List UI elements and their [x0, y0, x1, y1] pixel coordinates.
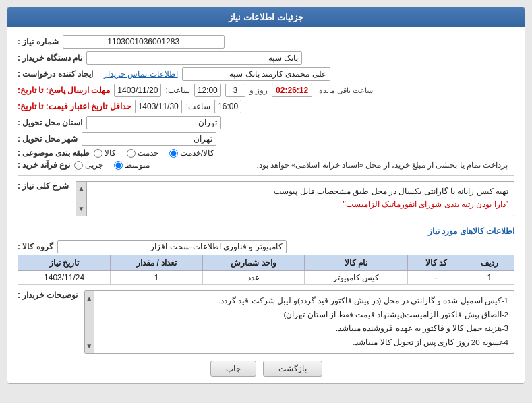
scroll-up-icon[interactable]: ▲ — [78, 183, 85, 194]
shrh-niaz-line2: "دارا بودن رتبه بندی شورای انفورماتیک ال… — [90, 198, 508, 211]
notes-scroll-up-icon[interactable]: ▲ — [86, 292, 92, 304]
col-kod-kala: کد کالا — [407, 255, 465, 271]
noe-farand-label: نوع فرآند خرید : — [18, 160, 70, 170]
rooz-value: 3 — [225, 84, 245, 97]
mohlat-time-label: ساعت: — [165, 86, 189, 95]
hadaghal-label: حداقل تاریخ اعتبار قیمت: تا تاریخ: — [18, 102, 131, 111]
cell-tarikh: 1403/11/24 — [18, 271, 111, 285]
shrh-niaz-label: شرح کلی نیاز : — [18, 181, 71, 191]
mohlat-time-value: 12:00 — [194, 84, 221, 97]
mohlat-date-value: 1403/11/20 — [114, 84, 161, 97]
print-button[interactable]: چاپ — [210, 361, 256, 377]
notes-scrollbar[interactable]: ▲ ▼ — [85, 291, 94, 353]
ettelaat-tamas-link[interactable]: اطلاعات تماس خریدار — [104, 69, 178, 79]
radio-kala-khedmat-label: کالا/خدمت — [180, 148, 214, 158]
tawzeehat-box: ▲ ▼ 1-کیس اسمبل شده و گارانتی در محل (در… — [84, 290, 514, 354]
hadaghal-time-value: 16:00 — [214, 100, 241, 113]
shomara-niaz-label: شماره نیاز : — [18, 37, 59, 46]
radio-jozii-label: جزیی — [85, 160, 103, 170]
notes-scroll-down-icon[interactable]: ▼ — [86, 340, 92, 352]
group-kala-label: گروه کالا : — [18, 242, 53, 251]
back-button[interactable]: بازگشت — [263, 361, 322, 377]
radio-motavaset-label: متوسط — [125, 160, 150, 170]
noe-farand-note: پرداخت تمام یا بخشی از مبلغ خرید، از محل… — [256, 161, 508, 169]
col-radif: ردیف — [465, 255, 514, 271]
radio-kala-label: کالا — [105, 148, 116, 158]
ijad-konandeh-label: ایجاد کننده درخواست : — [18, 69, 93, 79]
products-table: ردیف کد کالا نام کالا واحد شمارش تعداد /… — [18, 255, 514, 285]
table-row: 1--کیس کامپیوترعدد11403/11/24 — [18, 271, 514, 285]
countdown-value: 02:26:12 — [272, 84, 312, 97]
radio-kala[interactable]: کالا — [94, 148, 116, 158]
shrh-scrollbar[interactable]: ▲ ▼ — [76, 182, 87, 216]
page-title: جزئیات اطلاعات نیاز — [7, 7, 525, 27]
col-tedad: تعداد / مقدار — [111, 255, 203, 271]
ostan-label: استان محل تحویل : — [18, 118, 82, 127]
cell-tedad: 1 — [111, 271, 203, 285]
cell-vahed: عدد — [203, 271, 305, 285]
radio-jozii[interactable]: جزیی — [74, 160, 103, 170]
hadaghal-date-value: 1403/11/30 — [135, 100, 182, 113]
tabaghe-label: طبقه بندی موضوعی : — [18, 148, 90, 158]
ijad-konandeh-value: علی محمدی کارمند بانک سپه — [182, 67, 330, 81]
countdown-label: ساعت باقی مانده — [319, 86, 373, 95]
tawzeehat-label: توضیحات خریدار : — [18, 290, 80, 300]
mohlat-ersal-label: مهلت ارسال پاسخ: تا تاریخ: — [18, 86, 110, 95]
shahr-value: تهران — [82, 132, 216, 146]
radio-motavaset[interactable]: متوسط — [114, 160, 150, 170]
radio-kala-khedmat[interactable]: کالا/خدمت — [169, 148, 214, 158]
col-vahed: واحد شمارش — [203, 255, 305, 271]
col-tarikh: تاریخ نیاز — [18, 255, 111, 271]
shrh-niaz-line1: تهیه کیس رایانه با گارانتی یکسال در محل … — [90, 185, 508, 198]
col-nam-kala: نام کالا — [305, 255, 408, 271]
tawzeehat-content: 1-کیس اسمبل شده و گارانتی در محل (در پیش… — [97, 294, 508, 349]
cell-nam_kala: کیس کامپیوتر — [305, 271, 408, 285]
cell-radif: 1 — [465, 271, 514, 285]
rooz-label: روز و — [249, 86, 268, 95]
shrh-niaz-box: ▲ ▼ تهیه کیس رایانه با گارانتی یکسال در … — [76, 181, 514, 216]
ostan-value: تهران — [86, 116, 221, 129]
hadaghal-time-label: ساعت: — [186, 102, 210, 111]
radio-khedmat[interactable]: خدمت — [127, 148, 158, 158]
cell-kod_kala: -- — [407, 271, 465, 285]
scroll-down-icon[interactable]: ▼ — [78, 204, 85, 214]
radio-khedmat-label: خدمت — [138, 148, 158, 158]
shahr-label: شهر محل تحویل : — [18, 134, 78, 144]
ettelaat-title: اطلاعات کالاهای مورد نیاز — [18, 226, 514, 236]
shomara-niaz-value: 1103001036001283 — [63, 35, 225, 49]
nam-dastgah-label: نام دستگاه خریدار : — [18, 53, 82, 63]
group-kala-value: کامپیوتر و فناوری اطلاعات-سخت افزار — [57, 240, 287, 253]
nam-dastgah-value: بانک سپه — [86, 51, 302, 65]
